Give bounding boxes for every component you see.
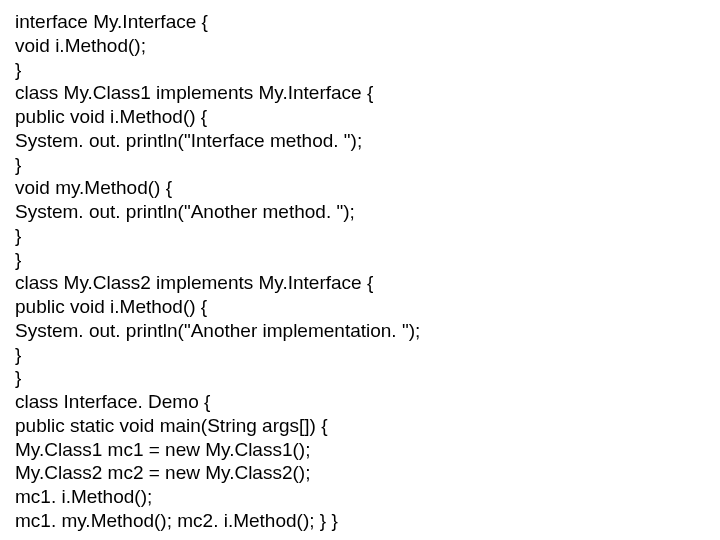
code-line: My.Class2 mc2 = new My.Class2();	[15, 461, 705, 485]
code-line: }	[15, 343, 705, 367]
code-line: }	[15, 224, 705, 248]
code-line: class My.Class1 implements My.Interface …	[15, 81, 705, 105]
code-block: interface My.Interface { void i.Method()…	[15, 10, 705, 533]
code-line: }	[15, 58, 705, 82]
code-line: System. out. println("Another implementa…	[15, 319, 705, 343]
code-line: }	[15, 366, 705, 390]
code-line: void i.Method();	[15, 34, 705, 58]
code-line: System. out. println("Another method. ")…	[15, 200, 705, 224]
code-line: public static void main(String args[]) {	[15, 414, 705, 438]
code-line: }	[15, 153, 705, 177]
code-line: class My.Class2 implements My.Interface …	[15, 271, 705, 295]
code-line: }	[15, 248, 705, 272]
code-line: System. out. println("Interface method. …	[15, 129, 705, 153]
code-line: public void i.Method() {	[15, 295, 705, 319]
code-line: interface My.Interface {	[15, 10, 705, 34]
code-line: class Interface. Demo {	[15, 390, 705, 414]
code-line: My.Class1 mc1 = new My.Class1();	[15, 438, 705, 462]
code-line: mc1. my.Method(); mc2. i.Method(); } }	[15, 509, 705, 533]
code-line: void my.Method() {	[15, 176, 705, 200]
code-line: public void i.Method() {	[15, 105, 705, 129]
code-line: mc1. i.Method();	[15, 485, 705, 509]
